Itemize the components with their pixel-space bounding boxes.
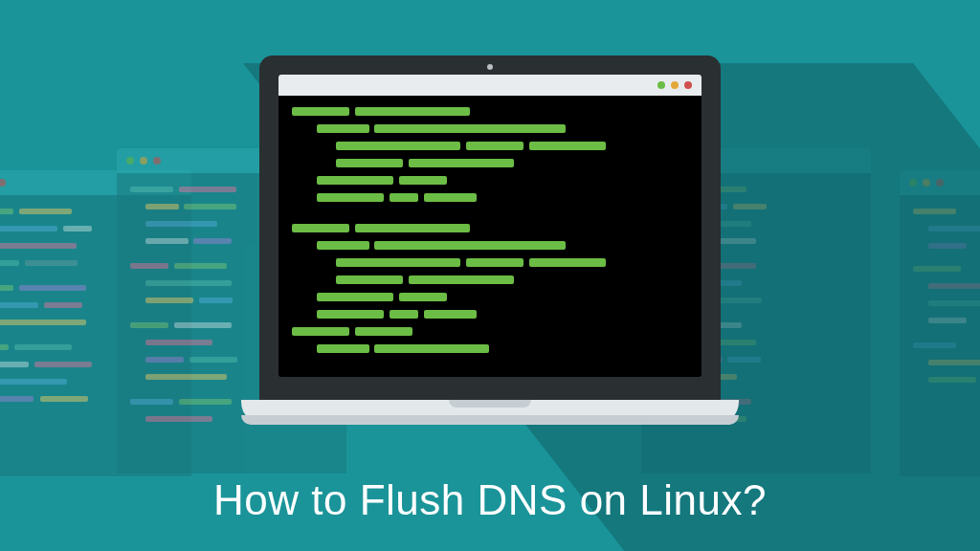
terminal-code-line	[390, 310, 418, 319]
code-line	[130, 187, 173, 192]
code-line	[174, 263, 227, 269]
page-title: How to Flush DNS on Linux?	[0, 476, 980, 524]
code-line	[130, 399, 173, 405]
code-line	[145, 221, 217, 227]
terminal-code-line	[409, 276, 514, 284]
code-line	[179, 399, 232, 405]
terminal-code-line	[317, 310, 384, 319]
code-line	[145, 204, 179, 209]
terminal-code-line	[424, 310, 477, 319]
code-line	[0, 226, 57, 231]
terminal-code-line	[336, 159, 403, 167]
terminal-code-line	[424, 193, 477, 202]
terminal-code-line	[292, 107, 349, 116]
code-line	[0, 209, 13, 214]
terminal-code-line	[317, 293, 393, 301]
code-line	[0, 344, 9, 350]
terminal-code-line	[336, 142, 460, 150]
terminal-code-line	[466, 258, 523, 267]
code-line	[0, 285, 13, 291]
terminal-code-line	[336, 276, 403, 284]
terminal-code-line	[317, 241, 369, 250]
code-line	[25, 260, 78, 266]
code-line	[130, 322, 168, 328]
close-icon	[153, 157, 161, 165]
code-line	[0, 396, 33, 402]
code-line	[193, 238, 232, 244]
code-line	[145, 416, 212, 422]
maximize-icon	[657, 81, 665, 89]
code-line	[0, 320, 86, 325]
close-icon	[0, 179, 6, 187]
code-line	[0, 260, 19, 266]
terminal-code-line	[409, 159, 514, 167]
terminal-code-line	[292, 224, 349, 232]
code-line	[0, 362, 29, 367]
terminal-code-line	[529, 258, 606, 267]
code-line	[145, 357, 184, 363]
terminal-code-line	[374, 241, 566, 250]
laptop-illustration	[241, 55, 739, 425]
maximize-icon	[126, 157, 134, 165]
code-line	[145, 298, 193, 303]
code-line	[145, 374, 227, 380]
code-line	[14, 344, 72, 350]
terminal-code-line	[399, 293, 447, 301]
code-line	[145, 238, 189, 244]
code-line	[34, 362, 92, 367]
terminal-code-line	[355, 224, 470, 232]
code-line	[19, 285, 86, 291]
close-icon	[684, 81, 692, 89]
terminal-code-line	[466, 142, 523, 150]
minimize-icon	[140, 157, 147, 165]
terminal-titlebar	[278, 75, 702, 96]
code-line	[179, 187, 236, 192]
code-line	[145, 340, 212, 345]
terminal-code-line	[355, 327, 412, 336]
terminal-code-line	[529, 142, 606, 150]
code-line	[0, 379, 67, 385]
code-line	[199, 298, 233, 303]
code-line	[19, 209, 72, 214]
terminal-body	[278, 96, 702, 119]
code-line	[40, 396, 88, 402]
laptop-hinge-notch	[449, 400, 531, 408]
code-line	[184, 204, 236, 209]
terminal-code-line	[292, 327, 349, 336]
terminal-code-line	[355, 107, 470, 116]
minimize-icon	[671, 81, 679, 89]
terminal-code-line	[374, 124, 566, 133]
code-line	[0, 302, 38, 308]
terminal-code-line	[317, 344, 369, 353]
laptop-screen-frame	[259, 55, 721, 400]
terminal-code-line	[317, 176, 393, 185]
terminal-code-line	[390, 193, 418, 202]
code-line	[0, 243, 77, 249]
code-line	[145, 280, 232, 286]
terminal-code-line	[336, 258, 460, 267]
code-line	[189, 357, 237, 363]
terminal-code-line	[317, 124, 369, 133]
code-line	[130, 263, 168, 269]
terminal-window	[278, 75, 702, 377]
terminal-code-line	[399, 176, 447, 185]
terminal-code-line	[374, 344, 489, 353]
code-line	[63, 226, 92, 231]
laptop-keyboard	[241, 400, 739, 425]
webcam-icon	[487, 64, 493, 70]
code-line	[44, 302, 82, 308]
terminal-code-line	[317, 193, 384, 202]
code-line	[174, 322, 232, 328]
